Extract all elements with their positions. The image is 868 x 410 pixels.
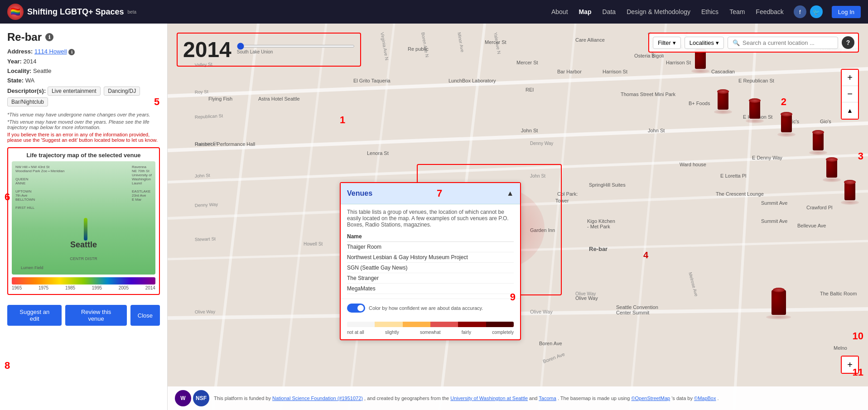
red-label-1: 1 [340, 114, 345, 126]
label-rei: REI [526, 87, 534, 92]
nav-design[interactable]: Design & Methodology [626, 6, 691, 17]
compass-button[interactable]: ▲ [842, 102, 858, 119]
label-republic: Re public [408, 46, 429, 52]
mini-map-sub2: CENTR DISTR [70, 256, 97, 261]
venue-title: Re-bar ℹ [7, 31, 160, 43]
year-slider-container: South Lake Union [237, 45, 355, 54]
svg-text:John St: John St [195, 173, 211, 178]
marker-right1 [823, 159, 841, 182]
venues-panel: Venues 7 ▲ This table lists a group of v… [340, 182, 521, 340]
facebook-icon[interactable]: f [794, 5, 806, 18]
venues-collapse-icon[interactable]: ▲ [506, 189, 514, 198]
label-baltic: The Baltic Room [820, 291, 857, 296]
descriptor-bar: Bar/Nightclub [7, 97, 48, 106]
search-input[interactable] [743, 39, 833, 46]
nav-feedback[interactable]: Feedback [755, 6, 784, 17]
label-harrison: Harrison St [603, 69, 627, 74]
label-cascadian: Cascadian [711, 69, 735, 74]
label-boren: Boren Ave [539, 341, 562, 346]
close-button[interactable]: Close [130, 305, 160, 326]
color-toggle[interactable] [347, 304, 365, 313]
red-label-3: 3 [858, 150, 863, 162]
label-rebar: Re-bar [589, 246, 608, 252]
funding-text: This platform is funded by National Scie… [214, 396, 719, 401]
suggest-edit-button[interactable]: Suggest an edit [7, 305, 62, 326]
nav-ethics[interactable]: Ethics [700, 6, 719, 17]
label-mercer2: Mercer St [516, 60, 538, 65]
svg-text:Virginia Ave N: Virginia Ave N [380, 32, 390, 60]
localities-button[interactable]: Localities ▾ [685, 37, 724, 49]
label-edennyway: E Denny Way [752, 155, 782, 160]
uw-logo: W [175, 390, 191, 406]
venue-address: Address: 1114 Howell ℹ [7, 48, 160, 55]
nsf-logo: NSF [193, 390, 209, 406]
label-lenora: Lenora St [367, 150, 389, 156]
label-elgritotaq: El Grito Taqueria [353, 78, 391, 83]
label-mercer: Mercer St [485, 39, 506, 45]
address-info-icon[interactable]: ℹ [68, 49, 75, 55]
review-venue-button[interactable]: Review this venue [65, 305, 126, 326]
nav-team[interactable]: Team [728, 6, 746, 17]
filter-dropdown-icon: ▾ [673, 39, 676, 46]
venue-state: State: WA [7, 77, 160, 84]
twitter-icon[interactable]: 🐦 [810, 5, 823, 18]
year-display: 2014 [183, 37, 231, 62]
table-row: SGN (Seattle Gay News) [347, 263, 514, 273]
label-kigo: Kigo Kitchen- Met Park [587, 218, 615, 229]
nsf-link[interactable]: National Science Foundation (#1951072) [272, 396, 363, 401]
address-link[interactable]: 1114 Howell [34, 48, 67, 55]
label-sumave2: Summit Ave [761, 218, 788, 224]
tacoma-link[interactable]: Tacoma [539, 396, 556, 401]
mapbox-link[interactable]: ©MapBox [694, 396, 716, 401]
svg-text:Stewart St: Stewart St [195, 236, 216, 242]
label-num4: 4 [643, 250, 648, 260]
zoom-out-button[interactable]: − [842, 86, 858, 102]
localities-dropdown-icon: ▾ [716, 39, 719, 46]
uw-link[interactable]: University of Washington at Seattle [450, 396, 528, 401]
svg-text:Denny Way: Denny Way [530, 141, 553, 146]
label-bellave: Bellevue Ave [797, 223, 826, 228]
osm-link[interactable]: ©OpenStreetMap [631, 396, 670, 401]
svg-text:Melrose Ave: Melrose Ave [688, 272, 699, 297]
logo-icon: 🏳️‍🌈 [7, 4, 24, 20]
label-olive-way2: Olive Way [575, 295, 598, 301]
search-icon: 🔍 [733, 39, 740, 46]
label-springhill: SpringHill Suites [589, 182, 626, 188]
svg-text:Olive Way: Olive Way [195, 309, 215, 314]
label-gios: Gio's [820, 119, 831, 124]
year-slider-labels: South Lake Union [237, 49, 355, 54]
life-trajectory-box: Life trajectory map of the selected venu… [7, 147, 160, 295]
year-slider[interactable] [237, 45, 355, 48]
logo: 🏳️‍🌈 Shifting LGBTQ+ Spaces beta [7, 4, 136, 20]
marker-bottom1 [766, 290, 791, 319]
help-button[interactable]: ? [842, 36, 854, 49]
svg-text:Boren Ave: Boren Ave [542, 351, 566, 364]
life-traj-title: Life trajectory map of the selected venu… [12, 152, 155, 159]
venues-table: Name Thaiger Room Northwest Lesbian & Ga… [347, 232, 514, 294]
label-flying-fish: Flying Fish [208, 96, 232, 101]
svg-text:Denny Way: Denny Way [195, 202, 218, 208]
venues-description: This table lists a group of venues, the … [347, 209, 514, 228]
label-eloretta: E Loretta Pl [720, 173, 746, 178]
footer-logos: W NSF [175, 390, 209, 406]
marker-top1 [714, 92, 732, 114]
venue-info-icon[interactable]: ℹ [45, 33, 53, 41]
nav-about[interactable]: About [550, 6, 569, 17]
label-astra: Astra Hotel Seattle [258, 96, 300, 101]
main-content: 5 6 8 Re-bar ℹ Address: 1114 Howell ℹ Ye… [0, 24, 868, 410]
nav-map[interactable]: Map [578, 6, 593, 17]
login-button[interactable]: Log In [832, 6, 861, 18]
social-links: f 🐦 [794, 5, 823, 18]
filter-button[interactable]: Filter ▾ [653, 37, 681, 49]
left-panel: 5 6 8 Re-bar ℹ Address: 1114 Howell ℹ Ye… [0, 24, 168, 410]
venue-note1: *This venue may have undergone name chan… [7, 112, 160, 117]
label-5: 5 [154, 96, 159, 108]
nav-data[interactable]: Data [602, 6, 617, 17]
label-lunchbox: LunchBox Laboratory [448, 78, 496, 83]
label-harrison2: Harrison St [666, 60, 691, 65]
svg-text:Howell St: Howell St [304, 241, 323, 246]
map-footer: W NSF This platform is funded by Nationa… [168, 386, 868, 410]
map-area[interactable]: Valley St Roy St Republican St Harrison … [168, 24, 868, 410]
zoom-in-button[interactable]: + [842, 70, 858, 86]
beta-label: beta [128, 10, 136, 14]
